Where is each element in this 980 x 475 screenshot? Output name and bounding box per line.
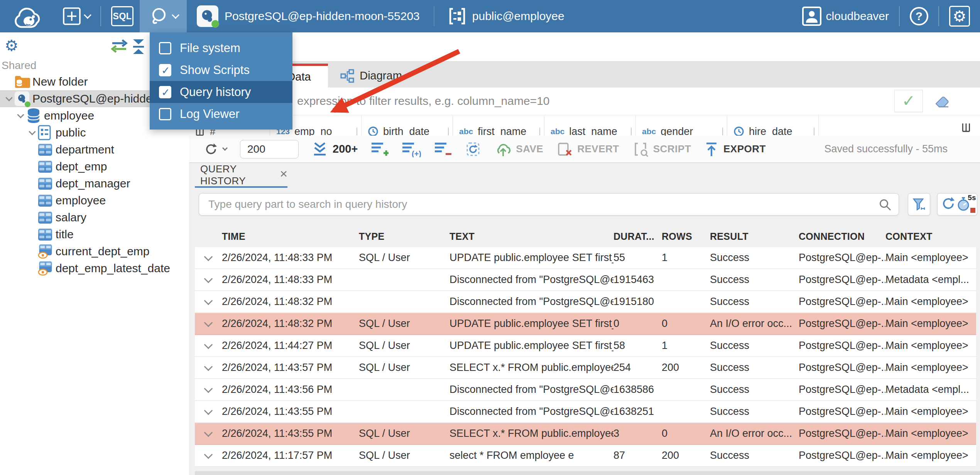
connection-selector[interactable]: PostgreSQL@ep-hidden-moon-55203 [187, 0, 430, 32]
history-row[interactable]: 2/26/2024, 11:44:27 PM SQL / User UPDATE… [195, 335, 976, 357]
expander-chevron-icon[interactable] [26, 130, 38, 135]
delete-row-icon [434, 141, 452, 157]
close-tab-icon[interactable]: × [280, 167, 287, 180]
fetch-page-button[interactable]: 200+ [312, 141, 358, 157]
sort-icon[interactable] [448, 128, 449, 135]
horizontal-scrollbar[interactable] [195, 471, 980, 475]
history-column-header[interactable]: TEXT [449, 231, 613, 242]
sort-icon[interactable] [357, 128, 358, 135]
cloudbeaver-app: SQL PostgreSQL@ep-hidden-moon-55203 publ… [0, 0, 980, 475]
schema-selector[interactable]: public@employee [438, 0, 574, 32]
refresh-button[interactable] [204, 142, 227, 157]
expand-row-chevron-icon[interactable] [195, 410, 222, 414]
help-button[interactable]: ? [904, 0, 934, 32]
history-row[interactable]: 2/26/2024, 11:48:33 PM Disconnected from… [195, 269, 976, 291]
sql-editor-button[interactable]: SQL [105, 0, 140, 32]
row-limit-input[interactable] [240, 140, 299, 158]
tools-menu-item[interactable]: File system [150, 37, 292, 59]
history-row[interactable]: 2/26/2024, 11:43:55 PM Disconnected from… [195, 401, 976, 423]
save-button[interactable]: SAVE [495, 141, 543, 157]
export-button[interactable]: EXPORT [704, 141, 766, 157]
expand-row-chevron-icon[interactable] [195, 256, 222, 260]
clear-filter-icon[interactable] [933, 93, 951, 111]
sync-connection-icon[interactable] [109, 39, 129, 55]
grid-column-header[interactable]: abc gender [636, 115, 727, 136]
history-row[interactable]: 2/26/2024, 11:48:32 PM Disconnected from… [195, 291, 976, 313]
history-column-header[interactable]: CONNECTION [799, 231, 885, 242]
tree-item[interactable]: department [0, 141, 189, 158]
history-column-header[interactable]: ROWS [662, 231, 710, 242]
expand-row-chevron-icon[interactable] [195, 366, 222, 370]
auto-refresh-timer-icon[interactable]: 5s [957, 195, 975, 214]
checkbox[interactable] [159, 64, 171, 76]
refresh-history-icon[interactable] [940, 195, 956, 213]
cell-connection: PostgreSQL@ep-... [799, 384, 885, 396]
history-search-input[interactable] [199, 194, 899, 215]
add-row-button[interactable] [371, 141, 389, 157]
user-menu-button[interactable]: cloudbeaver [795, 0, 895, 32]
collapse-all-icon[interactable] [130, 39, 147, 56]
revert-icon [556, 141, 573, 157]
tree-item[interactable]: dept_manager [0, 175, 189, 192]
expand-row-chevron-icon[interactable] [195, 344, 222, 348]
duplicate-row-button[interactable]: (+) [402, 141, 421, 157]
settings-button[interactable]: ⚙ [943, 0, 980, 32]
navigator-settings-icon[interactable]: ⚙ [5, 38, 19, 53]
expand-row-chevron-icon[interactable] [195, 454, 222, 458]
history-row[interactable]: 2/26/2024, 11:17:57 PM SQL / User select… [195, 445, 976, 467]
tab-diagram[interactable]: Diagram [329, 64, 414, 88]
tools-menu-item[interactable]: Show Scripts [150, 59, 292, 81]
history-column-header[interactable]: TIME [222, 231, 359, 242]
tree-item[interactable]: title [0, 226, 189, 243]
tree-item-label: dept_emp [56, 160, 107, 173]
expand-row-chevron-icon[interactable] [195, 432, 222, 436]
cell-time: 2/26/2024, 11:43:57 PM [222, 362, 359, 374]
expander-chevron-icon[interactable] [3, 96, 15, 101]
sort-icon[interactable] [631, 128, 632, 135]
history-row[interactable]: 2/26/2024, 11:43:57 PM SQL / User SELECT… [195, 357, 976, 379]
expand-row-chevron-icon[interactable] [195, 300, 222, 304]
grid-column-header[interactable]: abc last_name [544, 115, 636, 136]
script-button[interactable]: SCRIPT [632, 141, 691, 157]
tree-item[interactable]: salary [0, 209, 189, 226]
history-column-header[interactable]: RESULT [710, 231, 799, 242]
tree-item[interactable]: employee [0, 192, 189, 209]
tree-item[interactable]: dept_emp [0, 158, 189, 175]
grid-column-header[interactable]: abc first_name [453, 115, 544, 136]
revert-button[interactable]: REVERT [556, 141, 619, 157]
history-filter-button[interactable] [908, 193, 930, 216]
delete-row-button[interactable] [434, 141, 452, 157]
columns-config-icon[interactable] [953, 115, 980, 136]
sort-icon[interactable] [814, 128, 815, 135]
grid-column-header[interactable]: birth_date [362, 115, 453, 136]
sort-icon[interactable] [722, 128, 724, 135]
sort-icon[interactable] [539, 128, 541, 135]
expander-chevron-icon[interactable] [15, 113, 26, 118]
refresh-cell-button[interactable] [465, 141, 482, 158]
tree-item[interactable]: dept_emp_latest_date [0, 260, 189, 277]
history-row[interactable]: 2/26/2024, 11:48:33 PM SQL / User UPDATE… [195, 247, 976, 269]
tools-menu-button[interactable] [140, 0, 187, 32]
history-column-header[interactable]: CONTEXT [885, 231, 976, 242]
tree-item[interactable]: current_dept_emp [0, 243, 189, 260]
history-row[interactable]: 2/26/2024, 11:48:32 PM SQL / User UPDATE… [195, 313, 976, 335]
checkbox[interactable] [159, 86, 171, 98]
cell-text: Disconnected from "PostgreSQL@e... [449, 406, 613, 418]
expand-row-chevron-icon[interactable] [195, 278, 222, 282]
apply-filter-button[interactable]: ✓ [894, 90, 923, 112]
history-column-header[interactable]: DURAT... [613, 231, 662, 242]
expand-row-chevron-icon[interactable] [195, 322, 222, 326]
new-object-button[interactable] [56, 0, 96, 32]
tools-menu-item[interactable]: Log Viewer [150, 103, 292, 125]
cell-context: Main <employee> [885, 296, 976, 308]
expand-row-chevron-icon[interactable] [195, 388, 222, 392]
tools-menu-item[interactable]: Query history [150, 81, 292, 103]
history-row[interactable]: 2/26/2024, 11:43:56 PM Disconnected from… [195, 379, 976, 401]
checkbox[interactable] [159, 42, 171, 54]
history-column-header[interactable]: TYPE [359, 231, 449, 242]
grid-column-header[interactable]: hire_date [727, 115, 819, 136]
checkbox[interactable] [159, 108, 171, 120]
history-row[interactable]: 2/26/2024, 11:43:55 PM SQL / User SELECT… [195, 423, 976, 445]
tab-query-history[interactable]: QUERY HISTORY × [195, 163, 287, 187]
result-filter-bar[interactable]: expression to filter results, e.g. colum… [189, 88, 980, 115]
